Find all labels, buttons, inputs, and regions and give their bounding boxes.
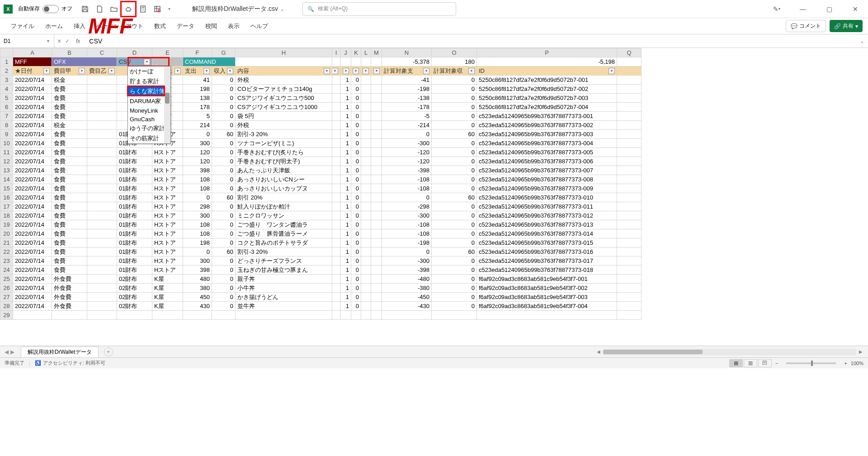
cell[interactable]: 1 <box>340 139 351 148</box>
horizontal-scrollbar[interactable] <box>603 349 856 355</box>
cell[interactable]: 0 <box>351 229 361 238</box>
cell[interactable]: 0 <box>432 293 477 302</box>
cell[interactable] <box>87 293 117 302</box>
filter-icon[interactable]: ▼ <box>324 68 330 74</box>
cell[interactable]: 0 <box>351 275 361 284</box>
header-cell[interactable]: 支出▼ <box>183 66 212 76</box>
cell[interactable] <box>332 85 340 94</box>
cell[interactable]: 外食費 <box>52 275 87 284</box>
cell[interactable] <box>361 193 371 202</box>
zoom-out-button[interactable]: − <box>775 361 778 366</box>
cell[interactable]: Hストア <box>152 266 183 275</box>
cell[interactable] <box>332 130 340 139</box>
add-sheet-button[interactable]: + <box>104 347 113 356</box>
col-header-G[interactable]: G <box>212 48 236 57</box>
row-header[interactable]: 5 <box>0 94 13 103</box>
cell[interactable]: 食費 <box>52 103 87 112</box>
cell[interactable]: 108 <box>183 229 212 238</box>
cell[interactable]: 0 <box>432 266 477 275</box>
cell[interactable]: 2022/07/14 <box>13 139 52 148</box>
cell[interactable] <box>361 229 371 238</box>
zoom-slider[interactable] <box>786 362 836 364</box>
row-header[interactable]: 21 <box>0 238 13 247</box>
cell[interactable]: 0 <box>432 220 477 229</box>
cell[interactable] <box>371 184 382 193</box>
cancel-icon[interactable]: ✕ <box>57 38 61 44</box>
cell[interactable]: 0 <box>382 193 432 202</box>
cell[interactable]: Hストア <box>152 247 183 256</box>
cell[interactable]: 01財布 <box>117 166 152 175</box>
cell[interactable]: 0 <box>212 238 236 247</box>
row-header[interactable]: 11 <box>0 148 13 157</box>
cell[interactable]: Hストア <box>152 193 183 202</box>
cell[interactable]: f6af92c09ad3c8683ab581c9eb54f3f7-001 <box>477 275 617 284</box>
cell[interactable]: 1 <box>340 238 351 247</box>
cell[interactable]: 0 <box>212 211 236 220</box>
cell[interactable]: CSアジワイギユウニユウ1000 <box>236 103 332 112</box>
cell[interactable]: 0 <box>432 121 477 130</box>
maximize-button[interactable]: ▢ <box>820 2 838 16</box>
cell[interactable] <box>52 311 87 320</box>
cell[interactable]: -138 <box>382 94 432 103</box>
col-header-C[interactable]: C <box>87 48 117 57</box>
cell[interactable]: c523eda51240965b99b3763f78877373-003 <box>477 130 617 139</box>
cell[interactable]: 食費 <box>52 247 87 256</box>
cell[interactable]: 2022/07/14 <box>13 184 52 193</box>
cell[interactable]: 2022/07/14 <box>13 130 52 139</box>
cell[interactable]: 食費 <box>52 184 87 193</box>
tab-home[interactable]: ホーム <box>40 19 68 33</box>
cell[interactable]: 外食費 <box>52 284 87 293</box>
cell[interactable]: 1 <box>340 85 351 94</box>
cell[interactable]: 5250c86f8127df2a7e2f0f6d9d5072b7-001 <box>477 76 617 85</box>
normal-view-button[interactable]: ▦ <box>729 359 743 367</box>
cell[interactable]: 5250c86f8127df2a7e2f0f6d9d5072b7-004 <box>477 103 617 112</box>
col-header-D[interactable]: D <box>117 48 152 57</box>
cell[interactable]: 並牛丼 <box>236 302 332 311</box>
row-header[interactable]: 23 <box>0 256 13 266</box>
expand-formula-icon[interactable]: ⌄ <box>856 38 868 44</box>
filter-icon[interactable]: ▼ <box>609 68 615 74</box>
cell[interactable] <box>361 247 371 256</box>
cell[interactable] <box>371 166 382 175</box>
cell[interactable]: 割引 20% <box>236 193 332 202</box>
cell[interactable]: 0 <box>432 175 477 184</box>
cell[interactable] <box>617 184 642 193</box>
cell[interactable]: ミニクロワッサン <box>236 211 332 220</box>
cell[interactable]: 0 <box>351 94 361 103</box>
cell[interactable] <box>87 148 117 157</box>
cell[interactable] <box>87 139 117 148</box>
filter-icon[interactable]: ▼ <box>332 68 339 74</box>
cell[interactable]: 198 <box>183 238 212 247</box>
cell[interactable] <box>371 121 382 130</box>
cell[interactable]: ツナコーンピザ(ミニ) <box>236 139 332 148</box>
header-cell[interactable]: 算▼ <box>361 66 371 76</box>
close-button[interactable]: ✕ <box>846 2 864 16</box>
cell[interactable]: 1 <box>340 302 351 311</box>
cell[interactable]: 食費 <box>52 238 87 247</box>
filter-icon[interactable]: ▼ <box>108 68 115 74</box>
cell[interactable]: -5,198 <box>477 57 617 66</box>
cell[interactable]: Hストア <box>152 184 183 193</box>
cell[interactable]: 1 <box>340 184 351 193</box>
filter-icon[interactable]: ▼ <box>43 68 50 74</box>
tab-data[interactable]: データ <box>171 19 200 33</box>
cell[interactable]: -300 <box>382 211 432 220</box>
cell[interactable]: 食費 <box>52 130 87 139</box>
cell[interactable] <box>361 76 371 85</box>
cell[interactable]: -430 <box>382 302 432 311</box>
cell[interactable]: 60 <box>432 193 477 202</box>
cell[interactable]: c523eda51240965b99b3763f78877373-009 <box>477 184 617 193</box>
cell[interactable]: c523eda51240965b99b3763f78877373-001 <box>477 112 617 121</box>
row-header[interactable]: 27 <box>0 293 13 302</box>
cell[interactable]: 1 <box>340 293 351 302</box>
cell[interactable]: 0 <box>183 193 212 202</box>
fx-icon[interactable]: fx <box>76 38 80 44</box>
cell[interactable]: -380 <box>382 284 432 293</box>
cell[interactable] <box>332 166 340 175</box>
col-header-J[interactable]: J <box>340 48 351 57</box>
cell[interactable]: 1 <box>340 148 351 157</box>
cell[interactable] <box>87 211 117 220</box>
cell[interactable]: -108 <box>382 220 432 229</box>
cell[interactable] <box>617 275 642 284</box>
cell[interactable] <box>332 76 340 85</box>
